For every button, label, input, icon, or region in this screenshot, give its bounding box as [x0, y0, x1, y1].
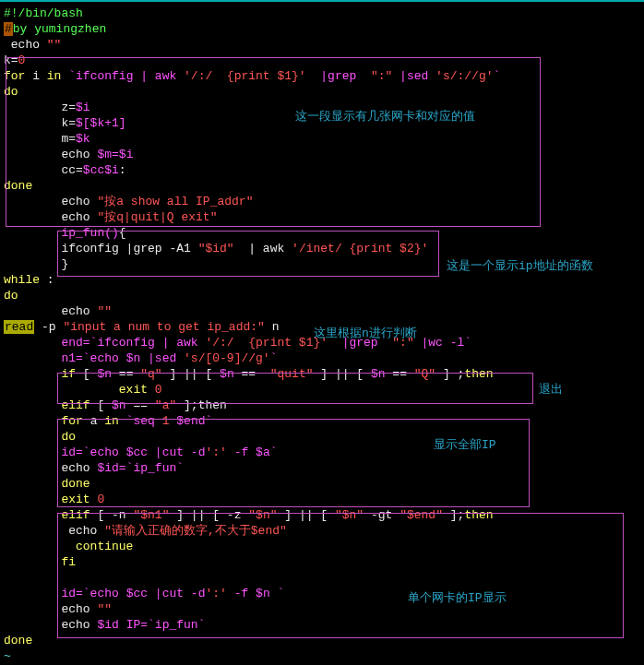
var: $cc [126, 587, 148, 600]
br: ] || [ [314, 367, 371, 381]
colon: : [40, 273, 54, 287]
str: "请输入正确的数字,不大于$end" [104, 524, 287, 538]
in-kw: in [104, 414, 119, 428]
var: $id [97, 461, 118, 475]
by-comment: by yumingzhen [13, 22, 106, 36]
for-kw: for [4, 69, 25, 83]
hash: # [4, 22, 13, 36]
shebang: #!/bin/bash [4, 6, 83, 20]
cmd: -f [227, 445, 256, 459]
str: "$n1" [133, 508, 169, 522]
func: ip_fun() [4, 226, 119, 240]
var: $[$k+1] [76, 116, 126, 130]
var: $n [371, 367, 386, 381]
echo: echo [4, 524, 104, 538]
cmd: -f [227, 587, 256, 600]
if-kw: if [4, 367, 76, 381]
echo: echo [4, 618, 97, 632]
cmd: ` [270, 351, 278, 365]
br: [ [90, 398, 112, 412]
var: $id [97, 618, 118, 632]
zero: 0 [18, 53, 26, 67]
for-kw: for [4, 414, 83, 428]
cmd: IP=`ip_fun` [119, 618, 206, 632]
annotation-3: 这里根据n进行判断 [314, 326, 417, 341]
annotation-2: 这是一个显示ip地址的函数 [447, 258, 593, 274]
str: "$n" [335, 508, 364, 522]
cmd: id=`echo [4, 587, 126, 600]
str: "" [97, 304, 112, 318]
cmd: `ifconfig | awk [61, 69, 184, 83]
var: a [83, 414, 104, 428]
echo: echo [4, 210, 97, 224]
elif-kw: elif [4, 508, 90, 522]
exit-kw: exit [4, 383, 148, 397]
annotation-6: 单个网卡的IP显示 [408, 590, 507, 606]
str: "$end" [400, 508, 443, 522]
var: $n [112, 398, 126, 412]
str: "" [97, 602, 112, 616]
cmd: |grep [306, 69, 371, 83]
elif-kw: elif [4, 398, 90, 412]
annotation-5: 显示全部IP [434, 437, 496, 453]
var: $n [126, 351, 141, 365]
then-kw: then [464, 508, 493, 522]
echo: echo [4, 461, 97, 475]
str: "按q|quit|Q exit" [97, 210, 217, 224]
str: "按a show all IP_addr" [97, 195, 253, 208]
then-kw: then [464, 367, 493, 381]
awk-str: '/inet/ {print $2}' [292, 242, 428, 255]
var: $a [256, 445, 270, 459]
exit-kw: exit [4, 493, 90, 506]
cmd: |sed [140, 351, 184, 365]
annotation-1: 这一段显示有几张网卡和对应的值 [295, 109, 475, 125]
cmd: |sed [392, 69, 435, 83]
br: ] ; [435, 367, 464, 381]
do-kw: do [4, 289, 18, 303]
cmd: n1=`echo [4, 351, 126, 365]
str: "q" [140, 367, 161, 381]
done-kw: done [4, 634, 32, 647]
bt: ` [270, 587, 285, 600]
eq: == [386, 367, 414, 381]
do-kw: do [4, 430, 76, 444]
cmd: ` [494, 69, 501, 83]
num: 0 [148, 383, 162, 397]
brace: { [119, 226, 126, 240]
colon: : [119, 163, 126, 177]
assign: k= [4, 116, 76, 130]
cmd: ifconfig |grep -A1 [4, 242, 198, 255]
bt: ` [206, 414, 213, 428]
continue-kw: continue [4, 540, 133, 553]
br: ];then [176, 398, 227, 412]
str: 's/[0-9]//g' [184, 351, 270, 365]
br: ] || [ [278, 508, 335, 522]
annotation-4: 退出 [539, 382, 563, 398]
k-assign: k= [4, 53, 18, 67]
echo: echo [4, 38, 47, 52]
sed-str: 's/://g' [435, 69, 493, 83]
br: ]; [443, 508, 464, 522]
str: "$n" [248, 508, 277, 522]
for-var: i [25, 69, 46, 83]
done-kw: done [4, 477, 90, 491]
assign: z= [4, 101, 76, 114]
cmd: id=`echo [4, 445, 126, 459]
done-kw: done [4, 179, 32, 193]
assign: cc= [4, 163, 83, 177]
echo: echo [4, 602, 97, 616]
var: n [265, 320, 280, 334]
eq: == [234, 367, 270, 381]
str: "quit" [270, 367, 314, 381]
awk-str: '/:/ {print $1}' [184, 69, 306, 83]
var: $k [76, 132, 90, 146]
cmd: |cut -d [148, 587, 205, 600]
cmd: end=`ifconfig | awk [4, 336, 205, 350]
brace: } [4, 257, 68, 271]
var: $cc$i [83, 163, 119, 177]
var: $end [176, 414, 205, 428]
str: "$id" [198, 242, 234, 255]
q: "" [47, 38, 62, 52]
str: "input a num to get ip_add:" [63, 320, 264, 334]
var: $m=$i [97, 148, 133, 161]
